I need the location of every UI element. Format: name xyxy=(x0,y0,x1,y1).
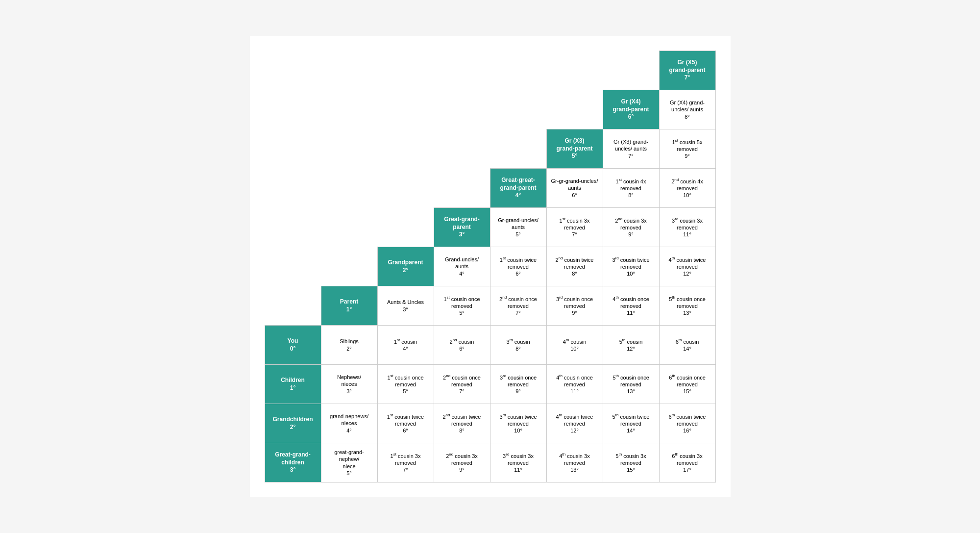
table-row: Great-great-grand-parent4° Gr-gr-grand-u… xyxy=(265,169,715,208)
grand-nephews-nieces: grand-nephews/nieces4° xyxy=(321,404,377,443)
nephews-nieces: Nephews/nieces3° xyxy=(321,365,377,404)
empty-cell xyxy=(377,208,434,247)
table-row: Grandchildren2° grand-nephews/nieces4° 1… xyxy=(265,404,715,443)
5th-cousin-3x-removed-down: 5th cousin 3x removed15° xyxy=(603,443,659,482)
parent: Parent1° xyxy=(321,286,377,326)
gr-x4-grand-uncles-aunts: Gr (X4) grand-uncles/ aunts8° xyxy=(659,90,715,129)
2nd-cousin-twice-removed-down: 2nd cousin twice removed8° xyxy=(434,404,490,443)
6th-cousin: 6th cousin14° xyxy=(659,326,715,365)
2nd-cousin-3x-removed: 2nd cousin 3x removed9° xyxy=(603,208,659,247)
2nd-cousin-once-removed-down: 2nd cousin once removed7° xyxy=(434,365,490,404)
3rd-cousin: 3rd cousin8° xyxy=(490,326,546,365)
gr-grand-uncles-aunts: Gr-grand-uncles/ aunts5° xyxy=(490,208,546,247)
table-row: Great-grand-parent3° Gr-grand-uncles/ au… xyxy=(265,208,715,247)
children: Children1° xyxy=(265,365,321,404)
2nd-cousin-once-removed: 2nd cousin once removed7° xyxy=(490,286,546,326)
1st-cousin: 1st cousin4° xyxy=(377,326,434,365)
table-row: You0° Siblings2° 1st cousin4° 2nd cousin… xyxy=(265,326,715,365)
table-row: Children1° Nephews/nieces3° 1st cousin o… xyxy=(265,365,715,404)
4th-cousin-twice-removed: 4th cousin twice removed12° xyxy=(659,247,715,286)
empty-cell xyxy=(321,51,377,90)
empty-cell xyxy=(434,90,490,129)
3rd-cousin-twice-removed: 3rd cousin twice removed10° xyxy=(603,247,659,286)
great-grandchildren: Great-grand-children3° xyxy=(265,443,321,482)
1st-cousin-3x-removed: 1st cousin 3x removed7° xyxy=(546,208,603,247)
1st-cousin-once-removed: 1st cousin once removed5° xyxy=(434,286,490,326)
aunts-uncles: Aunts & Uncles3° xyxy=(377,286,434,326)
empty-cell xyxy=(603,51,659,90)
empty-cell xyxy=(546,51,603,90)
6th-cousin-3x-removed-down: 6th cousin 3x removed17° xyxy=(659,443,715,482)
3rd-cousin-3x-removed-down: 3rd cousin 3x removed11° xyxy=(490,443,546,482)
empty-cell xyxy=(321,129,377,169)
1st-cousin-5x-removed: 1st cousin 5x removed9° xyxy=(659,129,715,169)
2nd-cousin: 2nd cousin6° xyxy=(434,326,490,365)
great-great-grandparent: Great-great-grand-parent4° xyxy=(490,169,546,208)
5th-cousin-twice-removed-down: 5th cousin twice removed14° xyxy=(603,404,659,443)
2nd-cousin-twice-removed: 2nd cousin twice removed8° xyxy=(546,247,603,286)
1st-cousin-twice-removed: 1st cousin twice removed6° xyxy=(490,247,546,286)
6th-cousin-twice-removed-down: 6th cousin twice removed16° xyxy=(659,404,715,443)
empty-cell xyxy=(377,129,434,169)
3rd-cousin-twice-removed-down: 3rd cousin twice removed10° xyxy=(490,404,546,443)
siblings: Siblings2° xyxy=(321,326,377,365)
empty-cell xyxy=(321,90,377,129)
empty-cell xyxy=(490,51,546,90)
1st-cousin-twice-removed-down: 1st cousin twice removed6° xyxy=(377,404,434,443)
4th-cousin-3x-removed-down: 4th cousin 3x removed13° xyxy=(546,443,603,482)
gr-gr-grand-uncles-aunts: Gr-gr-grand-uncles/ aunts6° xyxy=(546,169,603,208)
empty-cell xyxy=(434,169,490,208)
grandchildren: Grandchildren2° xyxy=(265,404,321,443)
empty-cell xyxy=(490,90,546,129)
5th-cousin: 5th cousin12° xyxy=(603,326,659,365)
grandparent: Grandparent2° xyxy=(377,247,434,286)
empty-cell xyxy=(434,51,490,90)
table-row: Grandparent2° Grand-uncles/ aunts4° 1st … xyxy=(265,247,715,286)
table-row: Gr (X5)grand-parent7° xyxy=(265,51,715,90)
empty-cell xyxy=(434,129,490,169)
4th-cousin-once-removed-down: 4th cousin once removed11° xyxy=(546,365,603,404)
4th-cousin: 4th cousin10° xyxy=(546,326,603,365)
2nd-cousin-3x-removed-down: 2nd cousin 3x removed9° xyxy=(434,443,490,482)
gr-x3-grandparent: Gr (X3)grand-parent5° xyxy=(546,129,603,169)
table-row: Parent1° Aunts & Uncles3° 1st cousin onc… xyxy=(265,286,715,326)
relationship-table: Gr (X5)grand-parent7° Gr (X4)grand-paren… xyxy=(265,51,716,482)
table-row: Gr (X4)grand-parent6° Gr (X4) grand-uncl… xyxy=(265,90,715,129)
4th-cousin-twice-removed-down: 4th cousin twice removed12° xyxy=(546,404,603,443)
table-row: Great-grand-children3° great-grand-nephe… xyxy=(265,443,715,482)
empty-cell xyxy=(265,247,321,286)
empty-cell xyxy=(546,90,603,129)
1st-cousin-4x-removed: 1st cousin 4x removed8° xyxy=(603,169,659,208)
empty-cell xyxy=(377,51,434,90)
2nd-cousin-4x-removed: 2nd cousin 4x removed10° xyxy=(659,169,715,208)
great-grand-nephew-niece: great-grand-nephew/niece5° xyxy=(321,443,377,482)
empty-cell xyxy=(265,208,321,247)
empty-cell xyxy=(377,169,434,208)
empty-cell xyxy=(265,169,321,208)
6th-cousin-once-removed-down: 6th cousin once removed15° xyxy=(659,365,715,404)
empty-cell xyxy=(321,208,377,247)
gr-x4-grandparent: Gr (X4)grand-parent6° xyxy=(603,90,659,129)
empty-cell xyxy=(321,169,377,208)
great-grandparent: Great-grand-parent3° xyxy=(434,208,490,247)
3rd-cousin-once-removed-down: 3rd cousin once removed9° xyxy=(490,365,546,404)
table-row: Gr (X3)grand-parent5° Gr (X3) grand-uncl… xyxy=(265,129,715,169)
4th-cousin-once-removed: 4th cousin once removed11° xyxy=(603,286,659,326)
empty-cell xyxy=(490,129,546,169)
empty-cell xyxy=(265,286,321,326)
5th-cousin-once-removed: 5th cousin once removed13° xyxy=(659,286,715,326)
chart-container: Gr (X5)grand-parent7° Gr (X4)grand-paren… xyxy=(250,36,731,497)
empty-cell xyxy=(265,129,321,169)
gr-x3-grand-uncles-aunts: Gr (X3) grand-uncles/ aunts7° xyxy=(603,129,659,169)
empty-cell xyxy=(321,247,377,286)
you: You0° xyxy=(265,326,321,365)
empty-cell xyxy=(265,90,321,129)
gr-x5-grandparent: Gr (X5)grand-parent7° xyxy=(659,51,715,90)
empty-cell xyxy=(377,90,434,129)
1st-cousin-once-removed-down: 1st cousin once removed5° xyxy=(377,365,434,404)
grand-uncles-aunts: Grand-uncles/ aunts4° xyxy=(434,247,490,286)
empty-cell xyxy=(265,51,321,90)
5th-cousin-once-removed-down: 5th cousin once removed13° xyxy=(603,365,659,404)
3rd-cousin-3x-removed: 3rd cousin 3x removed11° xyxy=(659,208,715,247)
1st-cousin-3x-removed-down: 1st cousin 3x removed7° xyxy=(377,443,434,482)
